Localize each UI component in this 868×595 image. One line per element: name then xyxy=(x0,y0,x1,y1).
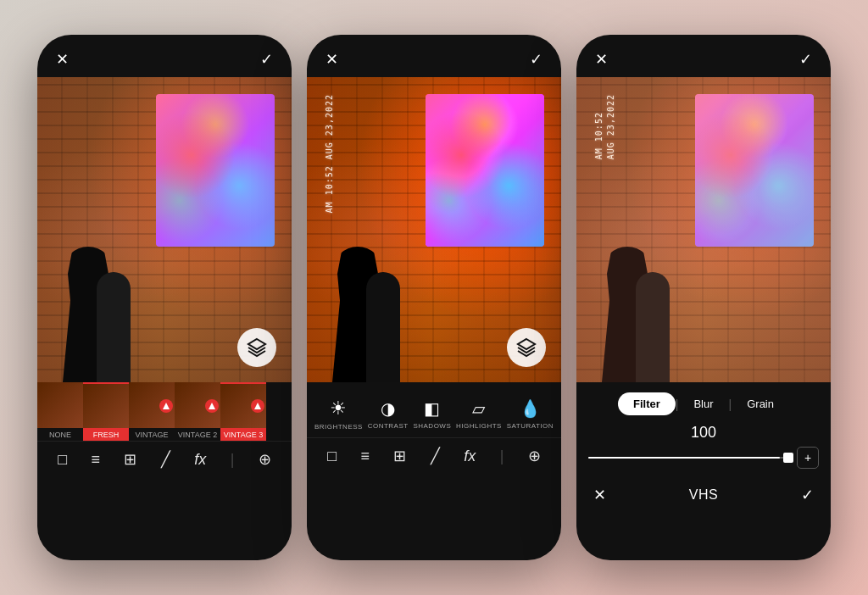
filter-tabs: Filter | Blur | Grain xyxy=(576,382,831,420)
phone2-toolbar: □ ≡ ⊞ ╱ fx | ⊕ xyxy=(307,437,561,479)
filter-vintage2[interactable]: VINTAGE 2 xyxy=(175,382,220,441)
toolbar-texture-icon[interactable]: ╱ xyxy=(161,450,170,469)
phone2-close-btn[interactable]: ✕ xyxy=(326,50,338,69)
highlights-label: HIGHLIGHTS xyxy=(456,422,502,430)
tab-grain[interactable]: Grain xyxy=(732,392,789,415)
svg-marker-3 xyxy=(254,403,261,409)
svg-marker-4 xyxy=(518,339,535,349)
filter-vintage3[interactable]: VINTAGE 3 xyxy=(220,382,266,441)
phone-1: ✕ ✓ NONE FRESH xyxy=(37,35,292,560)
toolbar2-lines-icon[interactable]: ≡ xyxy=(360,448,370,465)
toolbar-fx-icon[interactable]: fx xyxy=(194,451,206,469)
adj-brightness[interactable]: ☀ BRIGHTNESS xyxy=(314,398,363,431)
artwork-panel2 xyxy=(426,94,544,247)
filter-vintage[interactable]: VINTAGE xyxy=(129,382,175,441)
phone3-header: ✕ ✓ xyxy=(576,35,831,77)
person5 xyxy=(602,247,653,382)
phone3-image-area: AM 10:52AUG 23,2022 xyxy=(576,77,831,382)
shadows-icon: ◧ xyxy=(424,398,440,419)
svg-marker-2 xyxy=(209,403,215,409)
slider-row: + xyxy=(576,447,831,477)
filter-fresh[interactable]: FRESH xyxy=(83,382,129,441)
person6 xyxy=(636,272,670,382)
brick-texture3 xyxy=(576,77,831,382)
slider-value-display: 100 xyxy=(691,424,716,442)
phone2-header: ✕ ✓ xyxy=(307,35,561,77)
brightness-label: BRIGHTNESS xyxy=(314,423,363,431)
highlights-icon: ▱ xyxy=(472,398,485,419)
toolbar2-layers-icon[interactable]: ⊕ xyxy=(528,447,541,465)
toolbar2-frame-icon[interactable]: □ xyxy=(327,448,337,465)
filter-strip: NONE FRESH VINTAGE VINTAGE 2 xyxy=(37,382,292,441)
person2 xyxy=(97,272,131,382)
toolbar-frame-icon[interactable]: □ xyxy=(58,451,67,469)
person4 xyxy=(366,272,400,382)
artwork-panel3 xyxy=(695,94,814,247)
phone2-confirm-btn[interactable]: ✓ xyxy=(530,50,542,69)
phone1-close-btn[interactable]: ✕ xyxy=(56,50,69,69)
phone3-photo: AM 10:52AUG 23,2022 xyxy=(576,77,831,382)
filter-name-row: ✕ VHS ✓ xyxy=(576,477,831,516)
artwork-panel xyxy=(156,94,275,247)
saturation-icon: 💧 xyxy=(520,398,541,419)
phone1-header: ✕ ✓ xyxy=(37,35,292,77)
timestamp3: AM 10:52AUG 23,2022 xyxy=(593,94,617,159)
slider-value-row: 100 xyxy=(576,420,831,447)
adj-highlights[interactable]: ▱ HIGHLIGHTS xyxy=(456,398,502,430)
toolbar2-divider: | xyxy=(500,448,504,465)
filter-none[interactable]: NONE xyxy=(37,382,83,441)
toolbar-layers-icon[interactable]: ⊕ xyxy=(259,450,271,469)
brightness-icon: ☀ xyxy=(330,398,347,420)
timestamp2: AM 10:52 AUG 23,2022 xyxy=(324,94,336,213)
slider-thumb[interactable] xyxy=(783,453,793,463)
contrast-label: CONTRAST xyxy=(368,422,409,430)
phone2-image-area: AM 10:52 AUG 23,2022 xyxy=(307,77,561,382)
slider-plus-btn[interactable]: + xyxy=(797,447,819,469)
phone-2: ✕ ✓ AM 10:52 AUG 23,2022 ☀ BRIGHTNESS xyxy=(307,35,561,560)
slider-fill xyxy=(588,457,780,459)
layers-btn2[interactable] xyxy=(507,328,546,367)
phone1-toolbar: □ ≡ ⊞ ╱ fx | ⊕ xyxy=(37,441,292,482)
tab-blur[interactable]: Blur xyxy=(678,392,728,415)
filter-confirm-btn[interactable]: ✓ xyxy=(801,486,814,504)
svg-marker-0 xyxy=(248,339,265,349)
saturation-label: SATURATION xyxy=(507,422,554,430)
svg-marker-1 xyxy=(163,403,170,409)
adj-shadows[interactable]: ◧ SHADOWS xyxy=(413,398,451,430)
adj-saturation[interactable]: 💧 SATURATION xyxy=(507,398,554,430)
filter-name-label: VHS xyxy=(689,487,718,503)
tab-filter[interactable]: Filter xyxy=(618,392,676,415)
slider-track[interactable] xyxy=(588,457,790,459)
toolbar-lines-icon[interactable]: ≡ xyxy=(91,451,100,469)
layers-btn[interactable] xyxy=(237,328,276,367)
adj-contrast[interactable]: ◑ CONTRAST xyxy=(368,398,409,430)
toolbar2-film-icon[interactable]: ⊞ xyxy=(393,447,406,465)
toolbar-divider1: | xyxy=(231,451,235,469)
shadows-label: SHADOWS xyxy=(413,422,451,430)
phone1-image-area xyxy=(37,77,292,382)
phone3-close-btn[interactable]: ✕ xyxy=(595,50,608,69)
toolbar-film-icon[interactable]: ⊞ xyxy=(124,450,136,469)
phone1-confirm-btn[interactable]: ✓ xyxy=(260,50,273,69)
toolbar2-texture-icon[interactable]: ╱ xyxy=(431,447,440,465)
phone3-confirm-btn[interactable]: ✓ xyxy=(799,50,812,69)
contrast-icon: ◑ xyxy=(381,398,395,419)
toolbar2-fx-icon[interactable]: fx xyxy=(464,448,476,465)
phone-3: ✕ ✓ AM 10:52AUG 23,2022 Filter | Blur | … xyxy=(576,35,831,560)
adjustments-panel: ☀ BRIGHTNESS ◑ CONTRAST ◧ SHADOWS ▱ HIGH… xyxy=(307,382,561,437)
filter-close-btn[interactable]: ✕ xyxy=(593,486,606,504)
